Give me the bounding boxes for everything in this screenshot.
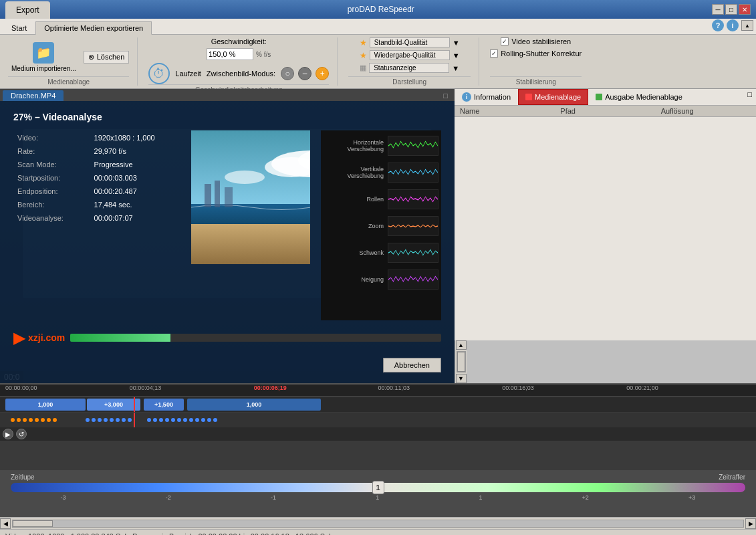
standbild-arrow: ▼ (453, 39, 460, 47)
right-minimize-btn[interactable]: □ (743, 89, 756, 105)
dot-24 (189, 418, 193, 422)
scroll-track[interactable] (457, 351, 466, 372)
speed-block-normal2: 1,000 (187, 399, 321, 411)
graph-vertical: Vertikale Verschiebung (324, 160, 438, 185)
dot-9 (86, 418, 90, 422)
dot-14 (116, 418, 120, 422)
graph-neigung-canvas (388, 270, 438, 290)
rolling-shutter-checkbox[interactable]: ✓ (490, 49, 498, 58)
analysis-panel: 27% – Videoanalyse Video: 1920x1080 : 1,… (0, 101, 455, 383)
graph-schwenk: Schwenk (324, 240, 438, 265)
maximize-button[interactable]: □ (725, 4, 737, 15)
tab-export[interactable]: Export (5, 1, 50, 19)
video-stabilisieren-checkbox[interactable]: ✓ (501, 37, 509, 45)
svg-rect-9 (215, 181, 220, 207)
statusanzeige-row: ▦ Statusanzeige ▼ (360, 63, 459, 73)
timeline-playhead (134, 413, 135, 427)
graph-rollen-label: Rollen (324, 196, 384, 203)
import-medium-button[interactable]: 📁 Medium importieren... (8, 40, 80, 74)
dot-23 (183, 418, 187, 422)
ausgabe-tab-icon (596, 94, 602, 100)
graph-horizontal: Horizontale Verschiebung (324, 133, 438, 158)
video-tab-drachen[interactable]: Drachen.MP4 (3, 90, 64, 101)
medienablage-items: 📁 Medium importieren... ⊗ Löschen (8, 37, 129, 76)
dot-7 (47, 418, 51, 422)
delete-button[interactable]: ⊗ Löschen (84, 51, 130, 64)
speed-num-6: +3 (688, 494, 695, 501)
close-button[interactable]: ✕ (739, 4, 751, 15)
slider-thumb[interactable]: 1 (372, 481, 384, 494)
graph-rollen: Rollen (324, 187, 438, 212)
import-label: Medium importieren... (11, 65, 76, 72)
ribbon-tab-start[interactable]: Start (3, 21, 35, 34)
help-button[interactable]: ? (712, 19, 724, 31)
col-pfad: Pfad (555, 106, 655, 116)
scroll-left-button[interactable]: ◀ (0, 518, 11, 529)
h-scroll-thumb[interactable] (13, 520, 53, 527)
progress-area: ▶ xzji.com (13, 328, 441, 347)
dot-6 (41, 418, 45, 422)
graph-zoom: Zoom (324, 213, 438, 239)
scroll-thumb[interactable] (457, 352, 465, 372)
standbild-dropdown[interactable]: Standbild-Qualität (370, 37, 450, 47)
ribbon-collapse-button[interactable]: ▲ (741, 20, 753, 31)
zwischen-btn-3[interactable]: + (316, 67, 329, 80)
col-aufloesung: Auflösung (656, 106, 756, 116)
dot-4 (29, 418, 33, 422)
time-1: 00:00:04;13 (130, 385, 254, 396)
videoanalyse-value: 00:00:07:07 (92, 212, 179, 224)
speed-block-fast1: +3,000 (87, 399, 140, 411)
scan-label: Scan Mode: (15, 158, 90, 171)
right-panel-content (455, 117, 756, 340)
start-label: Startposition: (15, 172, 90, 184)
dots-group-2 (86, 418, 132, 422)
tab-information[interactable]: i Information (455, 89, 518, 105)
info-start-row: Startposition: 00:00:03.003 (15, 172, 179, 184)
analysis-title: 27% – Videoanalyse (13, 112, 441, 122)
ribbon-content: 📁 Medium importieren... ⊗ Löschen Medien… (0, 35, 756, 88)
info-button[interactable]: i (727, 19, 739, 31)
loop-button[interactable]: ↺ (16, 429, 27, 439)
group-medienablage: 📁 Medium importieren... ⊗ Löschen Medien… (5, 37, 138, 86)
scroll-up-button[interactable]: ▲ (456, 340, 467, 350)
speed-track[interactable]: 1,000 +3,000 +1,500 1,000 (0, 397, 756, 412)
speed-input-row: % f/s (207, 48, 271, 60)
play-button[interactable]: ▶ (3, 429, 13, 439)
video-stabilisieren-label: Video stabilisieren (511, 37, 571, 45)
standbild-icon: ★ (360, 38, 367, 47)
zwischen-btn-2[interactable]: – (298, 67, 311, 80)
abbrechen-button[interactable]: Abbrechen (383, 358, 441, 372)
scroll-right-button[interactable]: ▶ (745, 518, 756, 529)
speed-input[interactable] (207, 48, 253, 60)
svg-rect-7 (191, 224, 310, 264)
scroll-down-button[interactable]: ▼ (456, 374, 467, 383)
statusanzeige-dropdown[interactable]: Statusanzeige (369, 63, 449, 73)
tab-medienablage[interactable]: Medienablage (518, 89, 588, 105)
dots-group-3 (147, 418, 217, 422)
graph-neigung-label: Neigung (324, 276, 384, 283)
graph-vertical-label: Vertikale Verschiebung (324, 166, 384, 179)
dot-18 (153, 418, 157, 422)
wiedergabe-dropdown[interactable]: Wiedergabe-Qualität (370, 50, 450, 60)
h-scroll-track[interactable] (12, 520, 744, 528)
laufzeit-icon[interactable]: ⏱ (148, 63, 170, 84)
ribbon: Start Optimierte Medien exportieren ? i … (0, 19, 756, 89)
speed-slider-area: Zeitlupe Zeitraffer 1 -3 -2 -1 1 1 +2 +3 (0, 470, 756, 517)
info-video-row: Video: 1920x1080 : 1,000 (15, 132, 179, 144)
title-bar: Export proDAD ReSpeedr ─ □ ✕ (0, 0, 756, 19)
group-label-stabilisierung: Stabilisierung (490, 76, 582, 86)
laufzeit-label: Laufzeit (175, 70, 201, 78)
status-bar: Video: 1920x1080 : 1,000 22,849 Sek. Pro… (0, 529, 756, 535)
delete-area: ⊗ Löschen (84, 51, 130, 64)
analysis-footer: Abbrechen (13, 352, 441, 372)
graph-neigung: Neigung (324, 267, 438, 292)
ribbon-tab-export[interactable]: Optimierte Medien exportieren (35, 21, 152, 35)
analysis-main: Video: 1920x1080 : 1,000 Rate: 29,970 f/… (13, 130, 441, 320)
video-tab-minimize[interactable]: □ (439, 90, 452, 101)
zwischen-btn-1[interactable]: ○ (281, 67, 294, 80)
tab-ausgabe[interactable]: Ausgabe Medienablage (588, 89, 690, 105)
dot-21 (171, 418, 175, 422)
minimize-button[interactable]: ─ (712, 4, 724, 15)
slider-track[interactable]: 1 (11, 483, 745, 492)
time-4: 00:00:16;03 (502, 385, 626, 396)
